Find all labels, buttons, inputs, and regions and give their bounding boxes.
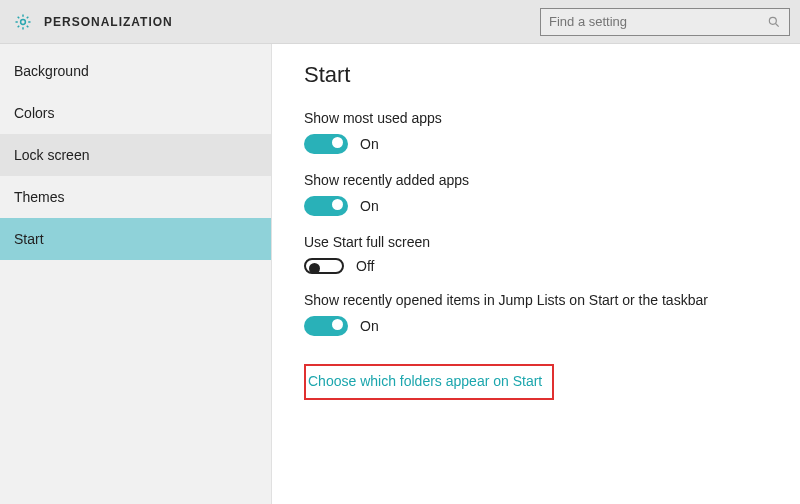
header-title: PERSONALIZATION: [44, 15, 173, 29]
toggle-state-text: On: [360, 318, 379, 334]
toggle-recently-added[interactable]: [304, 196, 348, 216]
body: Background Colors Lock screen Themes Sta…: [0, 44, 800, 504]
choose-folders-link[interactable]: Choose which folders appear on Start: [308, 373, 542, 389]
toggle-state-text: On: [360, 198, 379, 214]
search-input[interactable]: [549, 14, 767, 29]
toggle-jump-lists[interactable]: [304, 316, 348, 336]
setting-recently-added: Show recently added apps On: [304, 172, 800, 216]
setting-label: Show recently opened items in Jump Lists…: [304, 292, 800, 308]
highlighted-link-box: Choose which folders appear on Start: [304, 364, 554, 400]
setting-jump-lists: Show recently opened items in Jump Lists…: [304, 292, 800, 336]
sidebar-item-label: Background: [14, 63, 89, 79]
setting-label: Show recently added apps: [304, 172, 800, 188]
setting-label: Show most used apps: [304, 110, 800, 126]
sidebar-item-label: Themes: [14, 189, 65, 205]
setting-label: Use Start full screen: [304, 234, 800, 250]
page-heading: Start: [304, 62, 800, 88]
setting-full-screen: Use Start full screen Off: [304, 234, 800, 274]
sidebar-item-themes[interactable]: Themes: [0, 176, 271, 218]
toggle-state-text: On: [360, 136, 379, 152]
sidebar-item-colors[interactable]: Colors: [0, 92, 271, 134]
svg-point-1: [769, 17, 776, 24]
setting-most-used: Show most used apps On: [304, 110, 800, 154]
gear-icon: [14, 13, 32, 31]
svg-point-0: [21, 19, 26, 24]
sidebar-item-lock-screen[interactable]: Lock screen: [0, 134, 271, 176]
sidebar: Background Colors Lock screen Themes Sta…: [0, 44, 272, 504]
sidebar-item-background[interactable]: Background: [0, 50, 271, 92]
toggle-state-text: Off: [356, 258, 374, 274]
sidebar-item-start[interactable]: Start: [0, 218, 271, 260]
toggle-most-used[interactable]: [304, 134, 348, 154]
sidebar-item-label: Lock screen: [14, 147, 89, 163]
sidebar-item-label: Colors: [14, 105, 54, 121]
sidebar-item-label: Start: [14, 231, 44, 247]
toggle-full-screen[interactable]: [304, 258, 344, 274]
search-icon: [767, 15, 781, 29]
header-bar: PERSONALIZATION: [0, 0, 800, 44]
content-pane: Start Show most used apps On Show recent…: [272, 44, 800, 504]
search-box[interactable]: [540, 8, 790, 36]
